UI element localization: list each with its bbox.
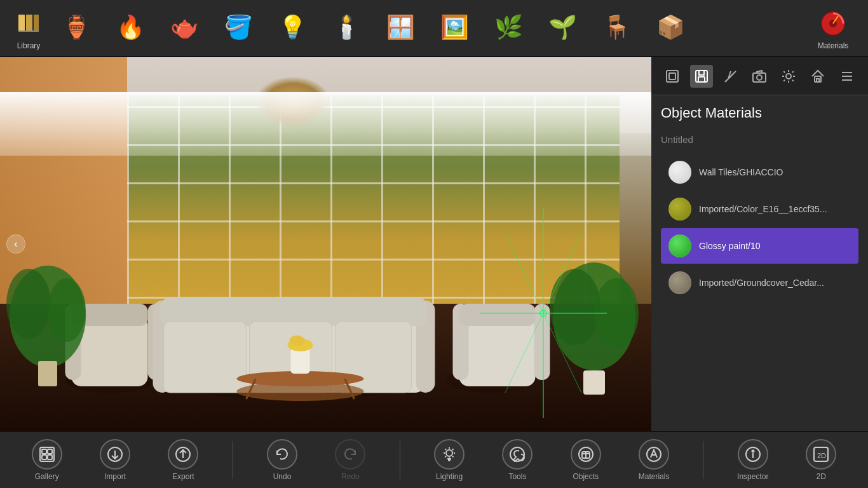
toolbar-item-teapot[interactable]: 🫖 <box>159 6 210 50</box>
material-item-glossy-paint[interactable]: Glossy paint/10 <box>661 228 858 264</box>
redo-button[interactable]: Redo <box>331 439 369 481</box>
svg-rect-49 <box>698 77 705 82</box>
svg-rect-46 <box>669 73 675 79</box>
toolbar-item-candles[interactable]: 🕯️ <box>321 6 372 50</box>
panel-tool-save[interactable] <box>690 65 713 88</box>
svg-rect-2 <box>34 15 39 31</box>
materials-button[interactable]: Materials <box>804 3 862 53</box>
material-item-wall-tiles[interactable]: Wall Tiles/GHIACCIO <box>661 154 858 190</box>
toolbar-item-curtains[interactable]: 🪟 <box>375 6 426 50</box>
svg-rect-69 <box>48 449 52 454</box>
inspector-button[interactable]: Inspector <box>734 439 772 481</box>
material-item-imported-ground[interactable]: Imported/Groundcover_Cedar... <box>661 265 858 301</box>
svg-rect-68 <box>42 449 46 454</box>
svg-rect-10 <box>38 361 57 386</box>
panel-tool-list[interactable] <box>836 65 858 88</box>
svg-point-8 <box>6 269 51 339</box>
svg-text:2D: 2D <box>817 452 826 459</box>
toolbar-item-lamp[interactable]: 💡 <box>267 6 318 50</box>
panel-tool-camera[interactable] <box>748 65 771 88</box>
toolbar-item-fireplace[interactable]: 🔥 <box>105 6 156 50</box>
panel-tool-light[interactable] <box>777 65 800 88</box>
svg-rect-45 <box>667 71 678 82</box>
toolbar-item-plant2[interactable]: 🌱 <box>537 6 588 50</box>
svg-point-52 <box>757 75 762 80</box>
toolbar-items: 🏺 🔥 🫖 🪣 💡 🕯️ 🪟 🖼️ 🌿 <box>51 6 804 50</box>
material-name-wall-tiles: Wall Tiles/GHIACCIO <box>699 167 851 177</box>
panel-content: Object Materials Untitled Wall Tiles/GHI… <box>651 95 868 431</box>
svg-point-96 <box>752 451 754 452</box>
toolbar-item-vase[interactable]: 🏺 <box>51 6 102 50</box>
svg-line-50 <box>725 81 726 82</box>
svg-line-59 <box>792 79 794 81</box>
material-swatch-glossy-paint <box>668 234 691 257</box>
material-swatch-wall-tiles <box>668 161 691 184</box>
materials-list: Wall Tiles/GHIACCIO Imported/Color_E16__… <box>661 154 858 301</box>
svg-line-81 <box>445 449 447 451</box>
panel-toolbar <box>651 57 868 95</box>
panel-title: Object Materials <box>661 105 858 121</box>
toolbar-item-plant1[interactable]: 🌿 <box>483 6 534 50</box>
svg-point-76 <box>446 450 452 456</box>
gallery-button[interactable]: Gallery <box>28 439 66 481</box>
svg-line-58 <box>783 71 785 72</box>
svg-point-9 <box>48 278 86 342</box>
selection-lines <box>473 202 613 424</box>
material-name-imported-ground: Imported/Groundcover_Cedar... <box>699 278 851 288</box>
material-item-imported-color[interactable]: Imported/Color_E16__1eccf35... <box>661 191 858 227</box>
svg-point-30 <box>290 336 305 346</box>
bottom-toolbar: Gallery Import Export <box>0 431 868 488</box>
svg-rect-71 <box>48 455 52 459</box>
svg-line-83 <box>445 456 447 458</box>
divider-3 <box>703 441 703 479</box>
library-button[interactable]: Library <box>6 3 51 53</box>
divider-2 <box>400 441 400 479</box>
svg-line-61 <box>792 71 794 72</box>
svg-rect-21 <box>164 322 247 393</box>
untitled-label: Untitled <box>661 134 858 145</box>
material-swatch-imported-color <box>668 198 691 220</box>
material-name-imported-color: Imported/Color_E16__1eccf35... <box>699 204 851 214</box>
svg-rect-0 <box>18 15 25 31</box>
3d-viewport[interactable]: ‹ <box>0 57 651 431</box>
svg-rect-63 <box>817 79 819 82</box>
nav-arrow-left[interactable]: ‹ <box>6 234 25 254</box>
undo-button[interactable]: Undo <box>263 439 301 481</box>
toolbar-item-picture[interactable]: 🖼️ <box>429 6 480 50</box>
svg-rect-1 <box>26 15 32 31</box>
svg-line-82 <box>452 456 454 458</box>
panel-tool-object[interactable] <box>661 65 684 88</box>
lighting-button[interactable]: Lighting <box>430 439 468 481</box>
toolbar-item-desk[interactable]: 🪑 <box>591 6 642 50</box>
svg-line-60 <box>783 79 785 81</box>
export-button[interactable]: Export <box>164 439 202 481</box>
material-name-glossy-paint: Glossy paint/10 <box>699 241 851 251</box>
panel-tool-paint[interactable] <box>719 65 742 88</box>
toolbar-item-jug[interactable]: 🪣 <box>213 6 264 50</box>
svg-rect-28 <box>291 348 310 374</box>
divider-1 <box>233 441 233 479</box>
panel-tool-home[interactable] <box>806 65 829 88</box>
svg-rect-48 <box>699 71 704 75</box>
tools-button[interactable]: Tools <box>498 439 536 481</box>
svg-line-84 <box>452 449 454 451</box>
materials-bottom-button[interactable]: Materials <box>635 439 673 481</box>
plant-left <box>3 253 92 393</box>
top-toolbar: Library 🏺 🔥 🫖 🪣 💡 🕯️ 🪟 <box>0 0 868 57</box>
objects-button[interactable]: Objects <box>567 439 605 481</box>
svg-point-53 <box>786 74 791 79</box>
2d-button[interactable]: 2D 2D <box>802 439 840 481</box>
import-button[interactable]: Import <box>96 439 134 481</box>
right-panel: Object Materials Untitled Wall Tiles/GHI… <box>651 57 868 431</box>
material-swatch-imported-ground <box>668 271 691 294</box>
svg-rect-70 <box>42 455 46 459</box>
toolbar-item-shelf[interactable]: 📦 <box>645 6 696 50</box>
curtain-valance <box>0 92 651 156</box>
